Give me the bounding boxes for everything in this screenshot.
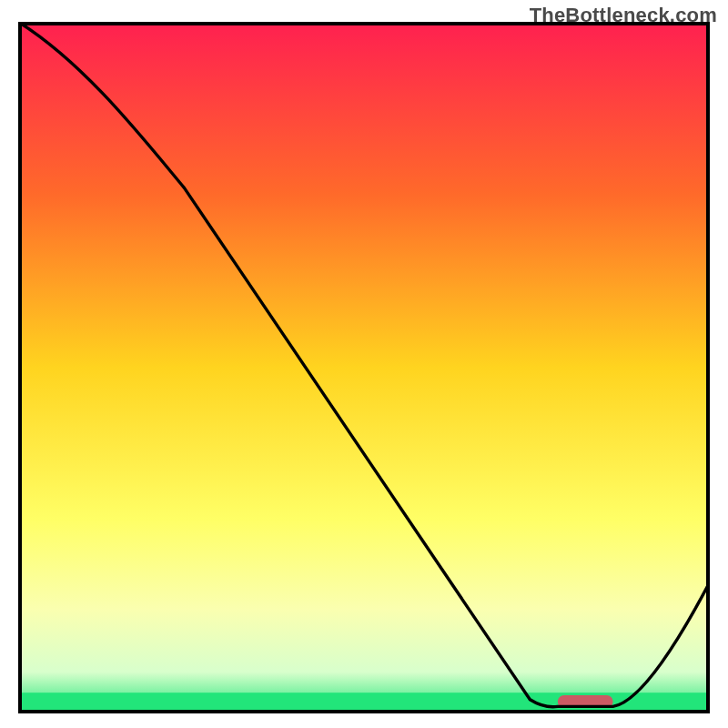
chart-wrapper: TheBottleneck.com [0,0,728,728]
plot-area [18,22,710,713]
gradient-fill [18,22,710,713]
watermark-text: TheBottleneck.com [530,4,717,27]
chart-svg [18,22,710,713]
